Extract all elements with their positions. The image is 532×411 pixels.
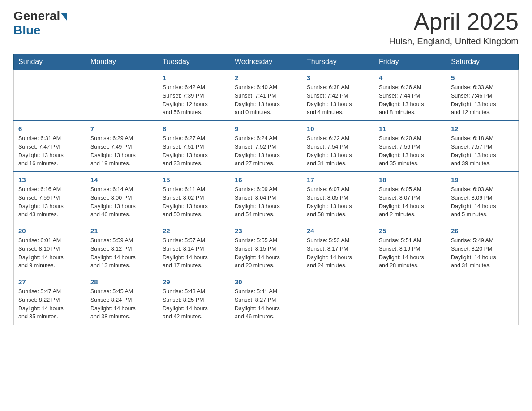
day-info: Sunrise: 6:20 AMSunset: 7:56 PMDaylight:… — [379, 134, 442, 168]
week-row-4: 20Sunrise: 6:01 AMSunset: 8:10 PMDayligh… — [14, 223, 519, 274]
day-info: Sunrise: 6:31 AMSunset: 7:47 PMDaylight:… — [18, 134, 81, 168]
table-cell: 8Sunrise: 6:27 AMSunset: 7:51 PMDaylight… — [158, 121, 230, 172]
table-cell — [374, 274, 446, 325]
col-friday: Friday — [374, 54, 446, 70]
day-info: Sunrise: 6:18 AMSunset: 7:57 PMDaylight:… — [451, 134, 514, 168]
day-info: Sunrise: 5:43 AMSunset: 8:25 PMDaylight:… — [163, 287, 225, 321]
day-number: 27 — [18, 278, 81, 286]
table-cell: 6Sunrise: 6:31 AMSunset: 7:47 PMDaylight… — [14, 121, 86, 172]
table-cell: 4Sunrise: 6:36 AMSunset: 7:44 PMDaylight… — [374, 70, 446, 121]
day-number: 11 — [379, 125, 442, 133]
day-number: 19 — [451, 176, 514, 184]
table-cell: 29Sunrise: 5:43 AMSunset: 8:25 PMDayligh… — [158, 274, 230, 325]
table-cell: 12Sunrise: 6:18 AMSunset: 7:57 PMDayligh… — [446, 121, 519, 172]
day-number: 21 — [90, 227, 153, 235]
day-number: 1 — [163, 74, 225, 81]
day-info: Sunrise: 6:38 AMSunset: 7:42 PMDaylight:… — [307, 83, 369, 117]
day-number: 18 — [379, 176, 442, 184]
day-info: Sunrise: 5:47 AMSunset: 8:22 PMDaylight:… — [18, 287, 81, 321]
day-number: 23 — [235, 227, 297, 235]
table-cell: 24Sunrise: 5:53 AMSunset: 8:17 PMDayligh… — [302, 223, 374, 274]
table-cell: 20Sunrise: 6:01 AMSunset: 8:10 PMDayligh… — [14, 223, 86, 274]
week-row-5: 27Sunrise: 5:47 AMSunset: 8:22 PMDayligh… — [14, 274, 519, 325]
col-thursday: Thursday — [302, 54, 374, 70]
table-cell: 5Sunrise: 6:33 AMSunset: 7:46 PMDaylight… — [446, 70, 519, 121]
logo-arrow-icon — [61, 13, 67, 21]
day-number: 26 — [451, 227, 514, 235]
day-number: 7 — [90, 125, 153, 133]
table-cell: 1Sunrise: 6:42 AMSunset: 7:39 PMDaylight… — [158, 70, 230, 121]
month-title: April 2025 — [389, 9, 519, 34]
day-info: Sunrise: 6:14 AMSunset: 8:00 PMDaylight:… — [90, 185, 153, 219]
table-cell: 18Sunrise: 6:05 AMSunset: 8:07 PMDayligh… — [374, 172, 446, 223]
table-cell: 25Sunrise: 5:51 AMSunset: 8:19 PMDayligh… — [374, 223, 446, 274]
day-info: Sunrise: 6:33 AMSunset: 7:46 PMDaylight:… — [451, 83, 514, 117]
col-monday: Monday — [86, 54, 158, 70]
day-number: 12 — [451, 125, 514, 133]
day-number: 5 — [451, 74, 514, 81]
day-info: Sunrise: 5:55 AMSunset: 8:15 PMDaylight:… — [235, 236, 297, 270]
day-number: 20 — [18, 227, 81, 235]
day-info: Sunrise: 6:42 AMSunset: 7:39 PMDaylight:… — [163, 83, 225, 117]
col-wednesday: Wednesday — [230, 54, 302, 70]
table-cell: 16Sunrise: 6:09 AMSunset: 8:04 PMDayligh… — [230, 172, 302, 223]
table-cell: 14Sunrise: 6:14 AMSunset: 8:00 PMDayligh… — [86, 172, 158, 223]
table-cell — [14, 70, 86, 121]
table-cell: 9Sunrise: 6:24 AMSunset: 7:52 PMDaylight… — [230, 121, 302, 172]
day-number: 15 — [163, 176, 225, 184]
col-sunday: Sunday — [14, 54, 86, 70]
day-number: 14 — [90, 176, 153, 184]
day-info: Sunrise: 5:49 AMSunset: 8:20 PMDaylight:… — [451, 236, 514, 270]
table-cell: 2Sunrise: 6:40 AMSunset: 7:41 PMDaylight… — [230, 70, 302, 121]
day-number: 3 — [307, 74, 369, 81]
day-number: 17 — [307, 176, 369, 184]
day-info: Sunrise: 6:29 AMSunset: 7:49 PMDaylight:… — [90, 134, 153, 168]
week-row-1: 1Sunrise: 6:42 AMSunset: 7:39 PMDaylight… — [14, 70, 519, 121]
table-cell: 22Sunrise: 5:57 AMSunset: 8:14 PMDayligh… — [158, 223, 230, 274]
day-info: Sunrise: 6:03 AMSunset: 8:09 PMDaylight:… — [451, 185, 514, 219]
day-number: 22 — [163, 227, 225, 235]
day-number: 4 — [379, 74, 442, 81]
table-cell — [302, 274, 374, 325]
day-info: Sunrise: 6:40 AMSunset: 7:41 PMDaylight:… — [235, 83, 297, 117]
day-info: Sunrise: 6:09 AMSunset: 8:04 PMDaylight:… — [235, 185, 297, 219]
day-info: Sunrise: 6:24 AMSunset: 7:52 PMDaylight:… — [235, 134, 297, 168]
week-row-2: 6Sunrise: 6:31 AMSunset: 7:47 PMDaylight… — [14, 121, 519, 172]
logo-general-text: General — [13, 9, 60, 23]
day-number: 24 — [307, 227, 369, 235]
table-cell: 28Sunrise: 5:45 AMSunset: 8:24 PMDayligh… — [86, 274, 158, 325]
day-number: 6 — [18, 125, 81, 133]
day-info: Sunrise: 5:57 AMSunset: 8:14 PMDaylight:… — [163, 236, 225, 270]
table-cell: 10Sunrise: 6:22 AMSunset: 7:54 PMDayligh… — [302, 121, 374, 172]
table-cell: 26Sunrise: 5:49 AMSunset: 8:20 PMDayligh… — [446, 223, 519, 274]
col-tuesday: Tuesday — [158, 54, 230, 70]
day-info: Sunrise: 5:51 AMSunset: 8:19 PMDaylight:… — [379, 236, 442, 270]
day-number: 30 — [235, 278, 297, 286]
day-info: Sunrise: 6:05 AMSunset: 8:07 PMDaylight:… — [379, 185, 442, 219]
calendar-table: Sunday Monday Tuesday Wednesday Thursday… — [13, 54, 519, 325]
table-cell: 11Sunrise: 6:20 AMSunset: 7:56 PMDayligh… — [374, 121, 446, 172]
day-info: Sunrise: 6:16 AMSunset: 7:59 PMDaylight:… — [18, 185, 81, 219]
day-number: 2 — [235, 74, 297, 81]
table-cell: 30Sunrise: 5:41 AMSunset: 8:27 PMDayligh… — [230, 274, 302, 325]
table-cell: 15Sunrise: 6:11 AMSunset: 8:02 PMDayligh… — [158, 172, 230, 223]
location-subtitle: Huish, England, United Kingdom — [389, 36, 519, 47]
table-cell: 19Sunrise: 6:03 AMSunset: 8:09 PMDayligh… — [446, 172, 519, 223]
day-info: Sunrise: 6:36 AMSunset: 7:44 PMDaylight:… — [379, 83, 442, 117]
table-cell: 13Sunrise: 6:16 AMSunset: 7:59 PMDayligh… — [14, 172, 86, 223]
day-number: 13 — [18, 176, 81, 184]
day-info: Sunrise: 5:41 AMSunset: 8:27 PMDaylight:… — [235, 287, 297, 321]
table-cell: 17Sunrise: 6:07 AMSunset: 8:05 PMDayligh… — [302, 172, 374, 223]
day-info: Sunrise: 5:45 AMSunset: 8:24 PMDaylight:… — [90, 287, 153, 321]
logo: General Blue — [13, 9, 67, 38]
table-cell: 3Sunrise: 6:38 AMSunset: 7:42 PMDaylight… — [302, 70, 374, 121]
day-info: Sunrise: 6:01 AMSunset: 8:10 PMDaylight:… — [18, 236, 81, 270]
day-info: Sunrise: 6:27 AMSunset: 7:51 PMDaylight:… — [163, 134, 225, 168]
day-number: 25 — [379, 227, 442, 235]
day-number: 29 — [163, 278, 225, 286]
table-cell: 7Sunrise: 6:29 AMSunset: 7:49 PMDaylight… — [86, 121, 158, 172]
day-number: 8 — [163, 125, 225, 133]
page-header: General Blue April 2025 Huish, England, … — [13, 9, 519, 47]
col-saturday: Saturday — [446, 54, 519, 70]
week-row-3: 13Sunrise: 6:16 AMSunset: 7:59 PMDayligh… — [14, 172, 519, 223]
